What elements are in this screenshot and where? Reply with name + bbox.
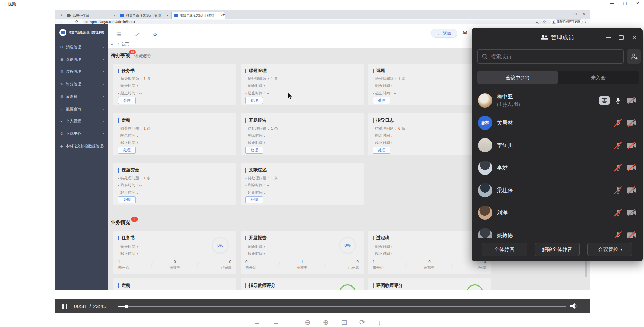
member-row[interactable]: 刘洋 (472, 201, 643, 224)
handle-button[interactable]: 处理 (118, 196, 136, 203)
mic-icon[interactable] (614, 231, 622, 238)
mic-icon[interactable] (614, 164, 622, 172)
panel-minimize-icon[interactable] (606, 37, 611, 38)
zoom-out-button[interactable]: ⊖ (305, 318, 311, 326)
duration: 23:45 (93, 303, 107, 309)
handle-button[interactable]: 处理 (373, 97, 390, 104)
browser-close-icon[interactable]: ✕ (583, 12, 585, 16)
site-info-icon[interactable]: ◎ (85, 20, 88, 23)
member-row[interactable]: 李娇 (472, 157, 643, 179)
url-input[interactable]: ◎ vgms.fanyu.com/admin/index (83, 20, 551, 24)
camera-icon[interactable] (626, 142, 637, 148)
business-section-title[interactable]: 业务情况 (111, 219, 130, 226)
zoom-in-button[interactable]: ⊕ (323, 318, 329, 326)
close-button[interactable]: ✕ (636, 1, 639, 6)
camera-icon[interactable] (626, 120, 637, 126)
browser-maximize-icon[interactable]: ▢ (574, 12, 577, 16)
breadcrumb-collapse-icon[interactable]: « (111, 42, 113, 46)
mail-icon[interactable]: ✉ (463, 30, 467, 35)
bookmark-star-icon[interactable]: ☆ (543, 20, 546, 24)
back-button[interactable]: ← 返回 (431, 29, 457, 38)
handle-button[interactable]: 处理 (118, 147, 136, 154)
minimize-button[interactable]: — (610, 1, 614, 6)
mute-all-button[interactable]: 全体静音 (482, 243, 527, 256)
camera-icon[interactable] (626, 232, 637, 238)
page-scrollbar[interactable] (585, 261, 587, 277)
browser-update-pill[interactable]: 重新启动即可更新 (554, 19, 583, 24)
tab-close-icon[interactable]: ✕ (166, 14, 169, 17)
member-search-input[interactable]: 搜索成员 (477, 49, 624, 64)
sidebar-item[interactable]: ▣ 选题管理 ▾ (55, 53, 108, 65)
todo-section-title[interactable]: 待办事项 (111, 52, 130, 59)
mic-icon[interactable] (614, 186, 622, 194)
progress-handle[interactable] (125, 305, 128, 308)
sidebar-item[interactable]: ◔ 数据查询 ▾ (55, 103, 108, 115)
collapse-menu-icon[interactable]: ☰ (117, 32, 122, 37)
browser-minimize-icon[interactable]: — (564, 12, 568, 16)
nav-forward-icon[interactable]: → (68, 19, 71, 23)
handle-button[interactable]: 处理 (245, 147, 263, 154)
handle-button[interactable]: 处理 (118, 97, 136, 104)
sidebar-item[interactable]: ▥ 过程管理 ▾ (55, 66, 108, 78)
sidebar-item[interactable]: ✎ 评分管理 ▾ (55, 78, 108, 90)
tab-close-icon[interactable]: ✕ (113, 14, 115, 17)
browser-menu-icon[interactable]: ⋮ (584, 19, 587, 23)
panel-close-icon[interactable]: ✕ (632, 35, 637, 40)
sidebar-item[interactable]: ▤ 最终稿 ▾ (55, 91, 108, 103)
sidebar-item[interactable]: ◆ 本科论文抽检数据管理 ▾ (55, 140, 108, 152)
progress-track[interactable] (118, 306, 566, 307)
volume-button[interactable] (570, 302, 578, 311)
nav-refresh-icon[interactable]: ⟳ (75, 19, 78, 24)
panel-maximize-icon[interactable] (619, 35, 624, 40)
card-title: 任务书 (122, 235, 135, 241)
mic-icon[interactable] (614, 142, 622, 149)
camera-icon[interactable] (626, 97, 637, 103)
download-button[interactable]: ↓ (377, 318, 381, 326)
member-row[interactable]: 居林 黄居林 (472, 112, 643, 134)
handle-button[interactable]: 处理 (373, 147, 390, 154)
member-row[interactable]: 李红川 (472, 134, 643, 157)
add-member-button[interactable] (627, 49, 641, 64)
tab-close-icon[interactable]: ✕ (220, 14, 222, 17)
tab-search-chevron-icon[interactable]: ∨ (59, 12, 64, 17)
member-row[interactable]: 梅中亚 (主持人, 我) (472, 89, 643, 112)
flow-overview-tab[interactable]: 流程概览 (134, 54, 151, 60)
nav-back-icon[interactable]: ← (60, 19, 64, 23)
url-text: vgms.fanyu.com/admin/index (90, 20, 135, 24)
browser-tab[interactable]: 泛微oa平台 ✕ (65, 12, 118, 19)
sidebar-item[interactable]: ✉ 消息管理 ▾ (55, 41, 108, 53)
fullscreen-icon[interactable]: ⤢ (135, 32, 139, 37)
home-dot-icon: ○ (118, 42, 119, 46)
breadcrumb-home[interactable]: 首页 (122, 42, 129, 47)
fit-button[interactable]: ⊡ (341, 318, 347, 326)
sidebar-item[interactable]: ⊙ 下载中心 ▾ (55, 128, 108, 140)
camera-icon[interactable] (626, 210, 637, 216)
camera-icon[interactable] (626, 187, 637, 193)
rotate-button[interactable]: ⟳ (359, 318, 366, 326)
new-tab-button[interactable]: + (222, 12, 225, 17)
prev-button[interactable]: ← (253, 318, 260, 326)
handle-button[interactable]: 处理 (245, 97, 263, 104)
member-row[interactable]: 梁桂保 (472, 179, 643, 201)
member-list: 梅中亚 (主持人, 我) (472, 89, 643, 238)
pause-button[interactable] (62, 304, 67, 309)
next-button[interactable]: → (273, 318, 280, 326)
refresh-icon[interactable]: ⟳ (153, 32, 157, 37)
omnibox-zoom-icon[interactable] (536, 20, 539, 24)
mic-icon[interactable] (614, 97, 622, 104)
tab-in-meeting[interactable]: 会议中(12) (477, 71, 558, 84)
unmute-all-button[interactable]: 解除全体静音 (535, 243, 580, 256)
window-title: 视频 (7, 1, 16, 7)
maximize-button[interactable]: ▢ (623, 1, 627, 6)
handle-button[interactable]: 处理 (245, 196, 263, 203)
browser-tab[interactable]: 维普毕业论文(设计)管理系统 ✕ (118, 12, 172, 19)
mic-icon[interactable] (614, 119, 622, 127)
member-row[interactable]: 姚扬德 (472, 224, 643, 238)
meeting-control-button[interactable]: 会议管控 ▾ (587, 243, 632, 256)
camera-icon[interactable] (626, 165, 637, 171)
sidebar-item[interactable]: ● 个人设置 ▾ (55, 115, 108, 127)
screen-share-icon[interactable] (599, 96, 610, 105)
browser-tab[interactable]: 维普毕业论文(设计)管理系统 ✕ (172, 12, 225, 19)
tab-not-joined[interactable]: 未入会 (558, 71, 639, 84)
mic-icon[interactable] (614, 209, 622, 217)
